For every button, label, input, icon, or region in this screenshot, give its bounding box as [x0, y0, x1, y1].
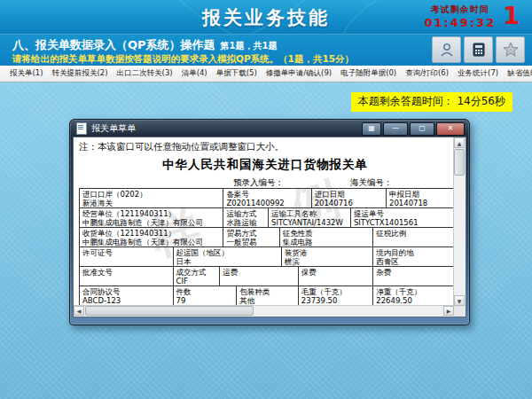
field-value: SITYCTX1401561: [354, 218, 451, 227]
vertical-scrollbar[interactable]: ▲ ▼: [453, 137, 466, 306]
menu-item-doc-download[interactable]: 单据下载(5): [212, 68, 262, 79]
calculator-icon: [471, 42, 487, 58]
menu-item-list[interactable]: 清单(4): [177, 68, 212, 79]
table-row: 收货单位（1211940311） 中鹏集成电路制造（天津）有限公司 贸易方式 一…: [80, 228, 454, 247]
maximize-button[interactable]: ▢: [410, 122, 434, 136]
scroll-left-arrow-icon[interactable]: ◀: [74, 306, 84, 316]
scroll-down-arrow-icon[interactable]: ▼: [454, 295, 465, 306]
field-value: 日本: [176, 257, 278, 266]
menu-item-transit-advance[interactable]: 转关提前报关(2): [48, 68, 113, 79]
field-freight: 运费: [220, 267, 299, 286]
field-value: 20140718: [389, 199, 451, 207]
window-titlebar[interactable]: 报关单草单 ▦ — ▢ ✕: [73, 121, 466, 137]
field-label: 许可证号: [82, 248, 170, 257]
calculator-button[interactable]: [464, 36, 493, 63]
field-value: SITCYANTAI/1432W: [271, 218, 348, 227]
question-heading: 八、报关单数据录入（QP系统）操作题第1题，共1题: [12, 37, 278, 53]
field-consignee: 收货单位（1211940311） 中鹏集成电路制造（天津）有限公司: [80, 228, 223, 246]
field-approval-number: 批准文号: [80, 267, 174, 286]
question-time-remaining-label: 本题剩余答题时间：: [358, 95, 454, 107]
field-value: 一般贸易: [226, 238, 276, 246]
field-value: 新港海关: [82, 199, 220, 207]
field-value: 横滨: [285, 257, 370, 266]
table-row: 经营单位（1211940311） 中鹏集成电路制造（天津）有限公司 运输方式 水…: [80, 208, 454, 228]
field-label: 起运国（地区）: [176, 248, 278, 257]
field-record-number: 备案号 Z02011400992: [223, 189, 311, 207]
field-import-date: 进口日期 20140716: [312, 189, 387, 207]
declaration-form-table: 进口口岸（0202） 新港海关 备案号 Z02011400992 进口日期 20…: [79, 188, 455, 309]
field-value: 集成电路: [283, 238, 371, 246]
field-label: 进口日期: [315, 190, 383, 199]
field-label: 净重（千克）: [376, 287, 451, 296]
field-import-port: 进口口岸（0202） 新港海关: [80, 189, 223, 207]
window-note: 注：本该窗口可以任意拖动位置或调整窗口大小。: [79, 141, 284, 153]
horizontal-scrollbar[interactable]: ◀ ▶: [74, 305, 454, 317]
field-value: 水路运输: [226, 218, 265, 227]
top-banner: 报关业务技能 考试剩余时间 01:49:32 1: [0, 0, 532, 34]
user-icon: [439, 42, 455, 58]
field-label: 征税比例: [376, 229, 451, 238]
field-contract-number: 合同协议号 ABCD-123: [80, 286, 174, 305]
question-heading-text: 八、报关单数据录入（QP系统）操作题: [12, 38, 215, 51]
table-row: 许可证号 起运国（地区） 日本 装货港 横滨 境内目的地: [80, 247, 454, 267]
favorite-button[interactable]: [496, 36, 525, 63]
field-loading-port: 装货港 横滨: [282, 247, 373, 266]
field-package-type: 包装种类 其他: [237, 286, 299, 305]
field-label: 境内目的地: [376, 248, 451, 257]
window-title: 报关单草单: [91, 122, 362, 135]
scroll-right-arrow-icon[interactable]: ▶: [443, 306, 454, 316]
question-band: 八、报关单数据录入（QP系统）操作题第1题，共1题 请将给出的报关单草单数据按答…: [0, 34, 532, 66]
field-label: 经营单位（1211940311）: [82, 209, 220, 218]
exam-timer: 考试剩余时间 01:49:32 1: [425, 3, 520, 29]
field-tax-ratio: 征税比例: [373, 228, 454, 246]
field-label: 合同协议号: [82, 287, 170, 296]
field-label: 杂费: [376, 268, 451, 277]
main-area: 本题剩余答题时间： 14分56秒 报关单草单 ▦ — ▢ ✕ 注：本该窗口可以任…: [0, 82, 532, 399]
window-menu-button[interactable]: ▦: [362, 122, 381, 136]
star-icon: [502, 41, 520, 59]
window-content: 注：本该窗口可以任意拖动位置或调整窗口大小。 样 例 中华人民共和国海关进口货物…: [73, 137, 466, 317]
field-label: 进口口岸（0202）: [82, 190, 220, 199]
field-value: 其他: [239, 296, 295, 305]
field-trade-mode: 贸易方式 一般贸易: [223, 228, 279, 246]
field-label: 批准文号: [82, 268, 170, 277]
field-label: 备案号: [226, 190, 308, 199]
field-value: CIF: [176, 277, 217, 286]
field-transport-tool: 运输工具名称 SITCYANTAI/1432W: [269, 208, 351, 227]
field-insurance: 保费: [299, 267, 373, 286]
question-time-remaining-value: 14分56秒: [457, 95, 505, 107]
document-icon: [76, 122, 87, 135]
menu-item-amend-cancel[interactable]: 修撤单申请/确认(9): [262, 68, 336, 79]
menu-item-query-print[interactable]: 查询/打印(6): [401, 68, 453, 79]
menu-item-e-attached-docs[interactable]: 电子随附单据(0): [336, 68, 401, 79]
close-button[interactable]: ✕: [436, 122, 465, 136]
field-value: 23739.50: [301, 296, 370, 305]
field-label: 包装种类: [239, 287, 295, 296]
field-label: 毛重（千克）: [301, 287, 370, 296]
field-value: Z02011400992: [226, 199, 308, 207]
field-transport-mode: 运输方式 水路运输: [223, 208, 269, 227]
field-net-weight: 净重（千克） 22649.50: [373, 286, 454, 305]
form-title: 中华人民共和国海关进口货物报关单: [74, 157, 457, 173]
user-button[interactable]: [432, 36, 461, 63]
horizontal-scroll-thumb[interactable]: [85, 306, 254, 316]
field-label: 征免性质: [283, 229, 371, 238]
scroll-up-arrow-icon[interactable]: ▲: [454, 137, 465, 148]
exam-timer-label: 考试剩余时间: [425, 4, 497, 16]
field-label: 成交方式: [176, 268, 217, 277]
table-row: 合同协议号 ABCD-123 件数 79 包装种类 其他 毛重（千克）: [80, 286, 454, 306]
field-value: 中鹏集成电路制造（天津）有限公司: [82, 238, 220, 246]
field-value: 79: [176, 296, 234, 305]
field-label: 贸易方式: [226, 229, 276, 238]
app-screen: 报关业务技能 考试剩余时间 01:49:32 1 八、报关单数据录入（QP系统）…: [0, 0, 532, 399]
field-domestic-destination: 境内目的地 西青区: [373, 247, 454, 266]
vertical-scroll-thumb[interactable]: [454, 149, 465, 176]
minimize-button[interactable]: —: [383, 122, 408, 136]
field-label: 提运单号: [354, 209, 451, 218]
menu-item-declaration[interactable]: 报关单(1): [5, 68, 48, 79]
field-label: 运输工具名称: [271, 209, 348, 218]
menu-item-export-second-transit[interactable]: 出口二次转关(3): [113, 68, 177, 79]
field-label: 件数: [176, 287, 234, 296]
menu-item-business-stats[interactable]: 业务统计(7): [453, 68, 503, 79]
menu-item-default-maintenance[interactable]: 缺省值维护(8): [503, 68, 532, 79]
